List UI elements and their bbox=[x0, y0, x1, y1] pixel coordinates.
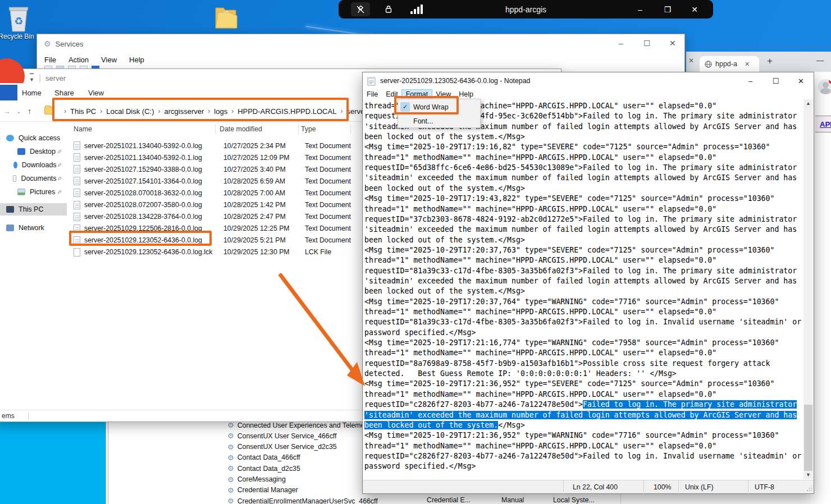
notepad-menu-file[interactable]: File bbox=[363, 90, 382, 99]
service-list-item[interactable]: ⚙Contact Data_d2c35 bbox=[227, 464, 300, 473]
table-row[interactable]: server-20251021.134040-5392-0.0.log10/27… bbox=[74, 140, 351, 152]
log-line: 'siteadmin' exceeded the maximum number … bbox=[364, 277, 797, 285]
browser-avatar[interactable] bbox=[818, 79, 831, 94]
table-row[interactable]: server-20251028.072007-3580-0.0.log10/28… bbox=[74, 199, 351, 211]
rdp-close-button[interactable]: ✕ bbox=[683, 0, 706, 19]
downloads-icon bbox=[13, 162, 17, 168]
log-line: detected. Best Guess Remote IP: '0:0:0:0… bbox=[364, 369, 677, 378]
log-line: requestID="8a7698a9-8758-45f7-b9b9-a1503… bbox=[364, 359, 770, 368]
file-date-modified: 10/27/2025 12:09 PM bbox=[223, 154, 305, 162]
notepad-scrollbar[interactable]: ▲ ▼ bbox=[803, 99, 813, 479]
browser-minimize-button[interactable]: — bbox=[816, 56, 824, 65]
services-titlebar[interactable]: ⚙ Services bbox=[37, 34, 684, 53]
service-gear-icon: ⚙ bbox=[227, 421, 234, 429]
breadcrumb-highlight-annotation bbox=[52, 98, 349, 121]
sidebar-item-network[interactable]: ›Network bbox=[0, 222, 67, 234]
notepad-title: server-20251029.123052-6436-0.0.log - No… bbox=[380, 77, 530, 85]
service-list-item[interactable]: ⚙ConsentUX User Service_d2c35 bbox=[227, 443, 337, 451]
rdp-connection-bar: hppd-arcgis – ❐ ✕ bbox=[339, 0, 713, 19]
service-list-item[interactable]: ⚙Connected User Experiences and Telemetr… bbox=[227, 421, 372, 429]
wordwrap-highlight-annotation bbox=[394, 96, 459, 114]
sidebar-item-quick-access[interactable]: ⌄Quick access bbox=[0, 132, 67, 144]
table-row[interactable]: server-20251027.154101-3364-0.0.log10/28… bbox=[74, 175, 351, 187]
rdp-restore-button[interactable]: ❐ bbox=[656, 0, 679, 19]
desktop-folder-icon[interactable] bbox=[212, 3, 239, 31]
sidebar-item-label: Desktop bbox=[30, 148, 56, 155]
services-menu-help[interactable]: Help bbox=[129, 56, 144, 64]
services-close-button[interactable]: ✕ bbox=[669, 39, 676, 48]
browser-tab[interactable]: hppd-a ✕ bbox=[700, 56, 759, 72]
sidebar-item-desktop[interactable]: Desktop✎ bbox=[0, 145, 67, 158]
sidebar-item-downloads[interactable]: Downloads✎ bbox=[0, 159, 67, 171]
browser-strip-close-icon[interactable]: ✕ bbox=[688, 57, 694, 65]
encoding: UTF-8 bbox=[755, 480, 774, 494]
file-type: Text Document bbox=[305, 236, 351, 244]
services-menu-view[interactable]: View bbox=[101, 56, 117, 64]
explorer-nav-pane: ⌄Quick accessDesktop✎Downloads✎Documents… bbox=[0, 122, 67, 410]
column-header-type[interactable]: Type bbox=[301, 125, 316, 133]
table-row[interactable]: server-20251028.134228-3764-0.0.log10/28… bbox=[74, 211, 351, 223]
qat-customize-icon[interactable]: ▔▼ bbox=[29, 75, 34, 81]
ribbon-file-tab[interactable] bbox=[0, 85, 17, 100]
scrollbar-thumb[interactable] bbox=[804, 405, 812, 471]
forward-button[interactable]: → bbox=[3, 100, 11, 122]
pictures-icon bbox=[17, 189, 25, 195]
column-header-name[interactable]: Name bbox=[74, 125, 92, 133]
service-list-item[interactable]: ⚙CoreMessaging bbox=[227, 475, 286, 484]
column-header-date-modified[interactable]: Date modified bbox=[220, 125, 262, 133]
table-row[interactable]: server-20251028.070018-3632-0.0.log10/28… bbox=[74, 187, 351, 199]
services-menu-file[interactable]: File bbox=[44, 56, 56, 64]
notepad-close-button[interactable]: ✕ bbox=[788, 72, 814, 89]
log-line: thread="1" methodName="" machine="HPPD-A… bbox=[364, 390, 716, 398]
table-row[interactable]: server-20251027.152940-3388-0.0.log10/27… bbox=[74, 163, 351, 175]
file-type: Text Document bbox=[305, 189, 351, 197]
services-minimize-button[interactable]: – bbox=[619, 39, 623, 48]
log-line: <Msg time="2025-10-29T17:21:36,952" type… bbox=[364, 379, 774, 388]
recycle-bin-icon[interactable]: ♻ bbox=[3, 2, 34, 34]
scroll-down-icon[interactable]: ▼ bbox=[803, 471, 813, 479]
sidebar-item-this-pc[interactable]: ›This PC bbox=[0, 203, 67, 216]
service-logon-cell: Local Syste... bbox=[553, 496, 595, 504]
browser-tab-close-icon[interactable]: ✕ bbox=[745, 61, 750, 68]
expander-icon[interactable]: › bbox=[0, 207, 4, 212]
service-list-item[interactable]: ⚙CredentialEnrollmentManagerUserSvc_466c… bbox=[227, 497, 378, 504]
service-name: CoreMessaging bbox=[238, 475, 286, 483]
log-line: thread="1" methodName="" machine="HPPD-A… bbox=[364, 153, 716, 162]
expander-icon[interactable]: › bbox=[0, 225, 4, 231]
scroll-up-icon[interactable]: ▲ bbox=[803, 99, 813, 108]
services-menu-action[interactable]: Action bbox=[69, 56, 89, 64]
service-gear-icon: ⚙ bbox=[227, 475, 234, 484]
log-line: <Msg time="2025-10-29T17:20:37,763" type… bbox=[364, 246, 774, 254]
service-list-item[interactable]: ⚙Credential Manager bbox=[227, 486, 298, 494]
resize-grip[interactable] bbox=[806, 486, 812, 492]
notepad-text-area[interactable]: thread="1" methodName="" machine="HPPD-A… bbox=[363, 99, 805, 479]
service-gear-icon: ⚙ bbox=[227, 497, 234, 504]
menu-item-font-[interactable]: Font... bbox=[398, 114, 480, 128]
table-row[interactable]: server-20251021.134040-5392-0.1.log10/27… bbox=[74, 152, 351, 163]
svg-text:♻: ♻ bbox=[14, 16, 23, 27]
api-link-box: API bbox=[815, 116, 831, 132]
log-line: <Msg time="2025-10-29T17:19:16,82" type=… bbox=[364, 143, 770, 151]
notepad-minimize-button[interactable]: – bbox=[738, 72, 763, 89]
rdp-minimize-button[interactable]: – bbox=[629, 0, 651, 19]
service-gear-icon: ⚙ bbox=[227, 443, 234, 451]
service-list-item[interactable]: ⚙ConsentUX User Service_466cff bbox=[227, 432, 336, 440]
services-maximize-button[interactable]: ☐ bbox=[643, 39, 651, 48]
log-line: <Msg time="2025-10-29T17:20:37,764" type… bbox=[364, 297, 779, 306]
service-list-item[interactable]: ⚙Contact Data_466cff bbox=[227, 453, 300, 462]
services-gear-icon: ⚙ bbox=[44, 39, 51, 48]
tab-home[interactable]: Home bbox=[22, 85, 42, 100]
pin-icon: ✎ bbox=[56, 149, 62, 154]
table-row[interactable]: server-20251029.123052-6436-0.0.log.lck1… bbox=[74, 246, 331, 258]
text-document-icon bbox=[74, 177, 80, 185]
history-dropdown-button[interactable]: ⌄ bbox=[16, 100, 21, 122]
up-button[interactable]: ↑ bbox=[28, 100, 31, 122]
sidebar-item-pictures[interactable]: Pictures✎ bbox=[0, 186, 67, 198]
sidebar-item-documents[interactable]: Documents✎ bbox=[0, 172, 67, 185]
notepad-maximize-button[interactable]: ☐ bbox=[763, 72, 788, 89]
expander-icon[interactable]: ⌄ bbox=[0, 135, 4, 141]
browser-new-tab-button[interactable]: + bbox=[767, 56, 773, 67]
log-line: thread="1" methodName="" machine="HPPD-A… bbox=[364, 349, 716, 357]
pin-icon: ✎ bbox=[56, 176, 62, 181]
api-link[interactable]: API bbox=[820, 120, 831, 129]
